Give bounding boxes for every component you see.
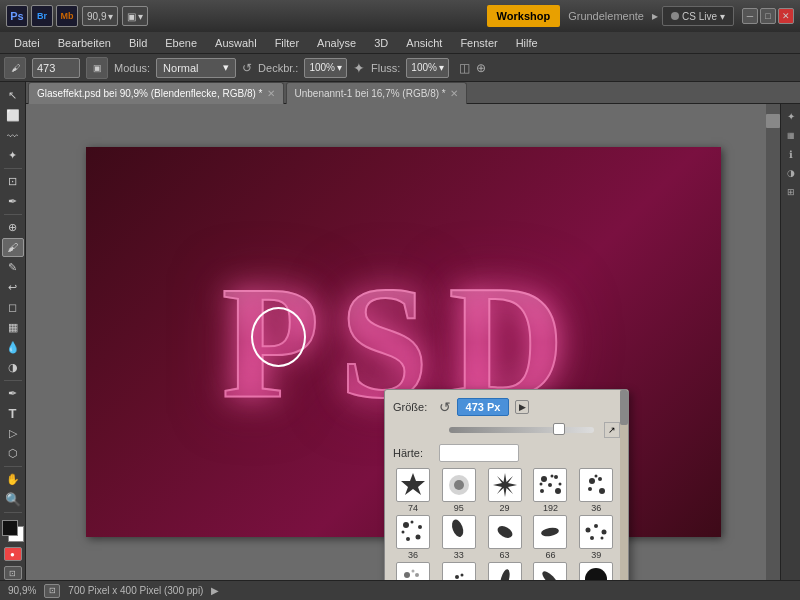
svg-point-32 [415,573,419,577]
tab-unbenannt-close[interactable]: ✕ [450,88,458,99]
modus-dropdown[interactable]: Normal ▾ [156,58,236,78]
right-history-tool[interactable]: ▦ [783,127,799,143]
size-refresh-icon[interactable]: ↺ [439,399,451,415]
menu-hilfe[interactable]: Hilfe [508,35,546,51]
cs-live-button[interactable]: CS Live ▾ [662,6,734,26]
path-select-tool[interactable]: ▷ [2,424,24,443]
menu-analyse[interactable]: Analyse [309,35,364,51]
brush-preview-9 [579,515,613,549]
brush-size-2: 29 [500,503,510,513]
lasso-tool[interactable]: 〰 [2,126,24,145]
size-arrow-btn[interactable]: ▶ [515,400,529,414]
brush-preview-10 [396,562,430,580]
vertical-scrollbar[interactable] [766,104,780,580]
tab-glaseffekt[interactable]: Glaseffekt.psd bei 90,9% (Blendenflecke,… [28,82,284,104]
pen-tool[interactable]: ✒ [2,384,24,403]
brush-size-value: 473 [37,62,55,74]
svg-point-2 [454,480,464,490]
fluss-field[interactable]: 100% ▾ [406,58,449,78]
scrollbar-thumb-v[interactable] [766,114,780,128]
menu-fenster[interactable]: Fenster [452,35,505,51]
brush-item-0[interactable]: 74 [393,468,433,513]
brush-size-field[interactable]: 473 [32,58,80,78]
text-tool[interactable]: T [2,404,24,423]
zoom-tool[interactable]: 🔍 [2,490,24,509]
shape-tool[interactable]: ⬡ [2,444,24,463]
status-arrow[interactable]: ▶ [211,585,219,596]
brush-popup-scrollbar[interactable] [620,390,628,580]
brush-item-11[interactable]: 11 [439,562,479,580]
brush-item-9[interactable]: 39 [576,515,616,560]
gradient-tool[interactable]: ▦ [2,318,24,337]
deckraft-field[interactable]: 100% ▾ [304,58,347,78]
brush-popup-scrollbar-thumb[interactable] [620,390,628,425]
color-swatches[interactable] [0,518,26,540]
size-slider-thumb[interactable] [553,423,565,435]
svg-point-39 [498,568,511,580]
menu-bild[interactable]: Bild [121,35,155,51]
right-layers-tool[interactable]: ⊞ [783,184,799,200]
close-button[interactable]: ✕ [778,8,794,24]
brush-item-6[interactable]: 33 [439,515,479,560]
brush-item-5[interactable]: 36 [393,515,433,560]
foreground-color-swatch[interactable] [2,520,18,536]
eraser-tool[interactable]: ◻ [2,298,24,317]
size-input[interactable]: 473 Px [457,398,509,416]
canvas-area[interactable]: PSD Größe: ↺ 473 Px ▶ [26,104,780,580]
move-tool[interactable]: ↖ [2,86,24,105]
menu-ansicht[interactable]: Ansicht [398,35,450,51]
brush-item-3[interactable]: 192 [530,468,570,513]
brush-item-7[interactable]: 63 [485,515,525,560]
right-info-tool[interactable]: ℹ [783,146,799,162]
airbrush-icon[interactable]: ✦ [353,60,365,76]
minimize-button[interactable]: ─ [742,8,758,24]
dodge-tool[interactable]: ◑ [2,358,24,377]
brush-item-1[interactable]: 95 [439,468,479,513]
brush-item-8[interactable]: 66 [530,515,570,560]
brush-preset-icon[interactable]: ▣ [86,57,108,79]
size-slider[interactable] [449,427,594,433]
brush-preview-3 [533,468,567,502]
hardness-input[interactable] [439,444,519,462]
select-rect-tool[interactable]: ⬜ [2,106,24,125]
slider-corner[interactable]: ↗ [604,422,620,438]
brush-item-2[interactable]: 29 [485,468,525,513]
status-btn[interactable]: ⊡ [44,584,60,598]
menu-filter[interactable]: Filter [267,35,307,51]
menu-bearbeiten[interactable]: Bearbeiten [50,35,119,51]
eyedropper-tool[interactable]: ✒ [2,192,24,211]
clone-tool[interactable]: ✎ [2,258,24,277]
menu-auswahl[interactable]: Auswahl [207,35,265,51]
view-dropdown[interactable]: 90,9 ▾ [82,6,118,26]
brush-item-14[interactable]: 55 [576,562,616,580]
brush-item-4[interactable]: 36 [576,468,616,513]
tab-bar: Glaseffekt.psd bei 90,9% (Blendenflecke,… [26,82,800,104]
svg-point-21 [411,521,414,524]
right-adjust-tool[interactable]: ◑ [783,165,799,181]
heal-tool[interactable]: ⊕ [2,218,24,237]
right-star-tool[interactable]: ✦ [783,108,799,124]
tab-glaseffekt-close[interactable]: ✕ [267,88,275,99]
menu-datei[interactable]: Datei [6,35,48,51]
maximize-button[interactable]: □ [760,8,776,24]
brush-tool[interactable]: 🖌 [2,238,24,257]
brush-item-12[interactable]: 48 [485,562,525,580]
brush-tool-icon[interactable]: 🖌 [4,57,26,79]
brush-item-13[interactable]: 32 [530,562,570,580]
screen-mode-btn[interactable]: ⊡ [4,566,22,580]
blur-tool[interactable]: 💧 [2,338,24,357]
history-brush-tool[interactable]: ↩ [2,278,24,297]
quick-mask-btn[interactable]: ● [4,547,22,561]
size-slider-row: ↗ [393,422,620,438]
workspace-button[interactable]: Workshop [487,5,561,27]
menu-ebene[interactable]: Ebene [157,35,205,51]
crop-tool[interactable]: ⊡ [2,172,24,191]
expand-icon[interactable]: ▸ [652,9,658,23]
brush-item-10[interactable]: 63 [393,562,433,580]
hand-tool[interactable]: ✋ [2,470,24,489]
menu-3d[interactable]: 3D [366,35,396,51]
magic-wand-tool[interactable]: ✦ [2,146,24,165]
mb-icon: Mb [56,5,78,27]
layout-dropdown[interactable]: ▣ ▾ [122,6,148,26]
tab-unbenannt[interactable]: Unbenannt-1 bei 16,7% (RGB/8) * ✕ [286,82,467,104]
